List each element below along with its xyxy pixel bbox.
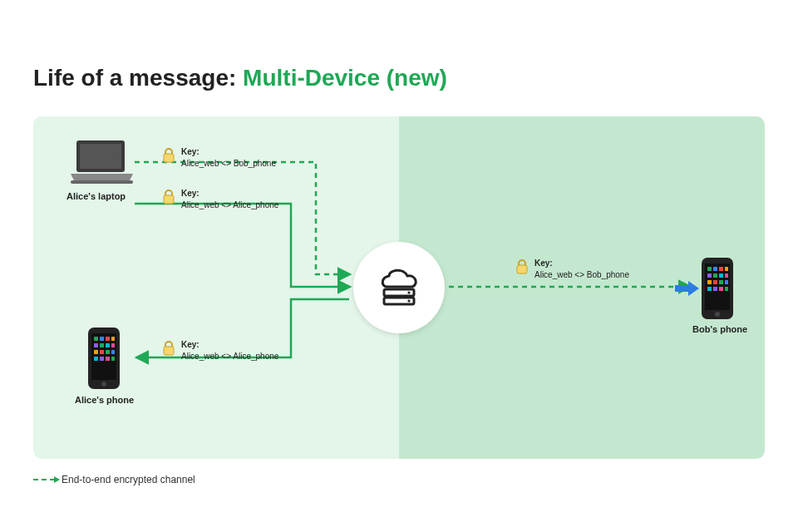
key-server-bob: Key: Alice_web <> Bob_phone [534, 258, 629, 280]
svg-rect-31 [725, 273, 728, 278]
alice-phone-label: Alice's phone [75, 395, 134, 405]
svg-rect-15 [106, 350, 110, 354]
svg-rect-46 [164, 195, 174, 204]
legend-text: End-to-end encrypted channel [62, 474, 195, 485]
svg-rect-20 [111, 357, 115, 361]
svg-rect-5 [94, 337, 98, 341]
key-laptop-bob: Key: Alice_web <> Bob_phone [181, 146, 276, 169]
svg-rect-18 [100, 357, 104, 361]
svg-rect-33 [713, 280, 717, 284]
svg-rect-47 [164, 347, 174, 355]
svg-rect-13 [94, 350, 98, 354]
svg-rect-30 [719, 273, 723, 278]
alice-laptop-label: Alice's laptop [66, 191, 126, 201]
svg-rect-24 [707, 267, 712, 271]
svg-rect-19 [106, 357, 110, 361]
svg-rect-28 [707, 273, 712, 278]
diagram-panel: Alice's laptop Alice's phone [33, 116, 765, 459]
diagram-title: Life of a message: Multi-Device (new) [33, 65, 447, 91]
lock-icon [162, 190, 175, 203]
legend: End-to-end encrypted channel [33, 474, 195, 485]
svg-rect-25 [713, 267, 717, 271]
svg-rect-36 [707, 287, 712, 291]
lock-icon [162, 341, 175, 354]
svg-point-21 [101, 382, 106, 387]
alice-laptop-icon [66, 137, 137, 190]
svg-rect-2 [71, 180, 133, 184]
svg-point-44 [407, 299, 410, 302]
svg-rect-16 [111, 350, 115, 354]
svg-rect-9 [94, 343, 98, 347]
server-icon [353, 242, 445, 333]
svg-rect-12 [111, 343, 115, 347]
bob-phone-label: Bob's phone [692, 324, 747, 334]
key-server-alicephone: Key: Alice_web <> Alice_phone [181, 339, 278, 362]
key-laptop-alicephone: Key: Alice_web <> Alice_phone [181, 188, 278, 210]
svg-rect-34 [719, 280, 723, 284]
svg-rect-29 [713, 273, 717, 278]
svg-point-43 [407, 291, 410, 293]
svg-rect-32 [707, 280, 712, 284]
svg-rect-38 [719, 287, 723, 291]
title-accent: Multi-Device (new) [243, 65, 447, 91]
lock-icon [162, 148, 175, 161]
title-prefix: Life of a message: [33, 65, 243, 91]
svg-point-40 [715, 312, 720, 317]
svg-rect-37 [713, 287, 717, 291]
bob-phone-icon [698, 256, 736, 324]
arrow-icon [675, 280, 700, 300]
svg-rect-10 [100, 343, 104, 347]
svg-rect-14 [100, 350, 104, 354]
svg-rect-1 [80, 144, 121, 169]
svg-rect-26 [719, 267, 723, 271]
lock-icon [515, 259, 529, 273]
alice-phone-icon [85, 326, 123, 394]
legend-arrow-icon [33, 479, 55, 480]
svg-rect-27 [725, 267, 728, 271]
svg-rect-39 [725, 287, 728, 291]
svg-rect-7 [106, 337, 110, 341]
svg-rect-17 [94, 357, 98, 361]
svg-rect-48 [517, 265, 527, 273]
svg-rect-8 [111, 337, 115, 341]
svg-rect-45 [164, 154, 174, 162]
svg-rect-35 [725, 280, 728, 284]
svg-rect-11 [106, 343, 110, 347]
svg-rect-6 [100, 337, 104, 341]
